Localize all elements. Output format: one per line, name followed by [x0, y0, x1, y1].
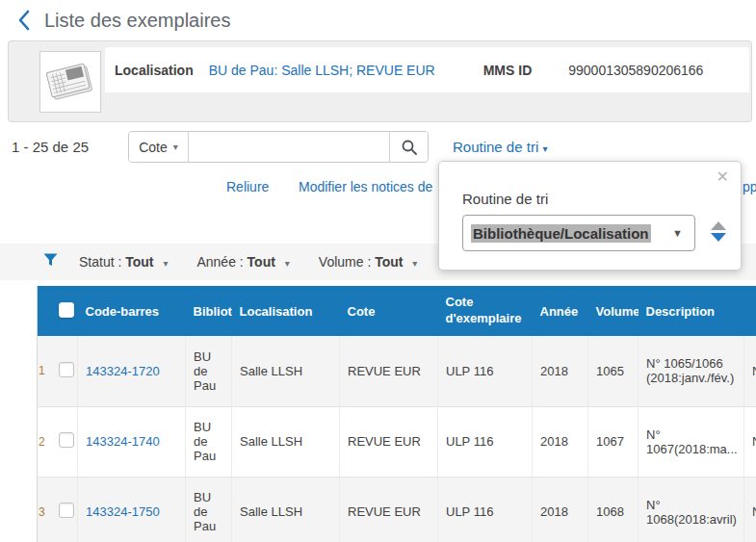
clipped-cell: N — [744, 336, 756, 406]
barcode-link[interactable]: 143324-1750 — [86, 504, 160, 519]
row-number-header — [38, 286, 51, 336]
modifier-notices-link[interactable]: Modifier les notices de — [299, 179, 432, 194]
col-header-description[interactable]: Description — [639, 286, 744, 336]
sort-ascending-icon — [711, 221, 726, 230]
search-field-label: Cote — [139, 140, 168, 155]
library-cell: BU de Pau — [186, 406, 232, 477]
record-summary: Localisation BU de Pau: Salle LLSH; REVU… — [8, 40, 752, 122]
row-select-cell — [51, 477, 78, 542]
cote-cell: REVUE EUR — [340, 336, 438, 406]
result-count: 1 - 25 de 25 — [12, 139, 89, 155]
summary-fields: Localisation BU de Pau: Salle LLSH; REVU… — [105, 47, 749, 92]
page-title: Liste des exemplaires — [44, 10, 230, 32]
sort-routine-popup: ✕ Routine de tri Bibliothèque/Localisati… — [438, 161, 742, 271]
localisation-label: Localisation — [115, 63, 194, 78]
col-header-clipped — [744, 286, 756, 336]
sort-routine-label: Routine de tri — [453, 139, 538, 155]
localisation-link[interactable]: BU de Pau: Salle LLSH; REVUE EUR — [209, 63, 435, 78]
barcode-cell: 143324-1720 — [78, 336, 186, 406]
chevron-down-icon: ▼ — [672, 227, 683, 239]
back-icon[interactable] — [12, 8, 37, 33]
item-cote-cell: ULP 116 — [438, 336, 533, 406]
select-all-checkbox[interactable] — [59, 302, 74, 318]
row-checkbox[interactable] — [59, 503, 74, 518]
filter-volume-label: Volume : — [319, 254, 371, 270]
toolbar: 1 - 25 de 25 Cote ▾ Routine de tri ▾ — [0, 131, 756, 164]
filter-statut-label: Statut : — [79, 254, 121, 270]
search-input[interactable] — [189, 132, 389, 162]
select-all-header — [51, 286, 78, 336]
filter-icon[interactable] — [43, 253, 58, 271]
volume-cell: 1065 — [588, 336, 639, 406]
row-select-cell — [51, 406, 78, 477]
search-group: Cote ▾ — [128, 131, 429, 163]
col-header-volume[interactable]: Volume — [588, 286, 639, 336]
item-cote-cell: ULP 116 — [438, 406, 533, 477]
barcode-cell: 143324-1750 — [78, 477, 186, 542]
page-header: Liste des exemplaires — [0, 0, 756, 40]
mms-id-label: MMS ID — [483, 63, 533, 78]
filter-volume-value: Tout — [375, 254, 403, 270]
table-row: 1 143324-1720 BU de Pau Salle LLSH REVUE… — [38, 336, 756, 406]
sort-routine-select[interactable]: Bibliothèque/Localisation ▼ — [462, 215, 695, 251]
item-cote-cell: ULP 116 — [438, 477, 533, 542]
clipped-cell: N — [744, 477, 756, 542]
search-button[interactable] — [389, 132, 428, 162]
barcode-link[interactable]: 143324-1740 — [86, 434, 160, 449]
clipped-cell: N — [744, 406, 756, 477]
filter-annee-value: Tout — [248, 254, 275, 270]
barcode-link[interactable]: 143324-1720 — [86, 364, 160, 378]
filter-annee-label: Année : — [196, 254, 243, 270]
library-cell: BU de Pau — [186, 336, 232, 406]
selected-sort-option: Bibliothèque/Localisation — [471, 224, 651, 243]
year-cell: 2018 — [533, 477, 588, 542]
col-header-bibliotheque[interactable]: Bibliot — [186, 286, 232, 336]
table-row: 2 143324-1740 BU de Pau Salle LLSH REVUE… — [38, 406, 756, 477]
chevron-down-icon: ▾ — [542, 143, 547, 154]
filter-annee[interactable]: Année : Tout ▾ — [196, 254, 289, 270]
close-icon[interactable]: ✕ — [717, 169, 729, 185]
truncated-action-link[interactable]: pp — [743, 179, 756, 194]
row-number: 1 — [38, 336, 51, 406]
cote-cell: REVUE EUR — [340, 406, 438, 477]
row-number: 2 — [38, 406, 51, 477]
location-cell: Salle LLSH — [232, 406, 340, 477]
sort-direction-toggle[interactable] — [711, 221, 726, 245]
row-checkbox[interactable] — [59, 432, 74, 448]
chevron-down-icon: ▾ — [163, 258, 168, 269]
chevron-down-icon: ▾ — [173, 142, 178, 152]
search-icon — [401, 139, 418, 156]
popup-title: Routine de tri — [462, 191, 548, 207]
table-header-row: Code-barres Bibliot Localisation Cote Co… — [38, 286, 756, 336]
volume-cell: 1067 — [588, 406, 639, 477]
row-select-cell — [51, 336, 78, 406]
volume-cell: 1068 — [588, 477, 639, 542]
col-header-code-barres[interactable]: Code-barres — [78, 286, 186, 336]
col-header-localisation[interactable]: Localisation — [232, 286, 340, 336]
filter-statut-value: Tout — [125, 254, 153, 270]
row-checkbox[interactable] — [59, 362, 74, 377]
barcode-cell: 143324-1740 — [78, 406, 186, 477]
reliure-link[interactable]: Reliure — [226, 179, 269, 194]
filter-volume[interactable]: Volume : Tout ▾ — [319, 254, 418, 270]
sort-routine-menu[interactable]: Routine de tri ▾ — [453, 139, 547, 155]
location-cell: Salle LLSH — [232, 336, 340, 406]
col-header-annee[interactable]: Année — [533, 286, 588, 336]
col-header-cote-exemplaire[interactable]: Cote d'exemplaire — [438, 286, 533, 336]
row-number: 3 — [38, 477, 51, 542]
sort-descending-icon — [711, 233, 726, 242]
year-cell: 2018 — [533, 406, 588, 477]
search-field-dropdown[interactable]: Cote ▾ — [129, 132, 189, 162]
description-cell: N° 1068(2018:avril) — [639, 477, 744, 542]
filter-statut[interactable]: Statut : Tout ▾ — [79, 254, 168, 270]
journal-thumbnail — [39, 51, 101, 113]
location-cell: Salle LLSH — [232, 477, 340, 542]
table-row: 3 143324-1750 BU de Pau Salle LLSH REVUE… — [38, 477, 756, 542]
chevron-down-icon: ▾ — [285, 258, 290, 269]
year-cell: 2018 — [533, 336, 588, 406]
library-cell: BU de Pau — [186, 477, 232, 542]
description-cell: N° 1067(2018:ma... — [639, 406, 744, 477]
chevron-down-icon: ▾ — [412, 258, 417, 269]
col-header-cote[interactable]: Cote — [340, 286, 438, 336]
description-cell: N° 1065/1066 (2018:janv./fév.) — [639, 336, 744, 406]
